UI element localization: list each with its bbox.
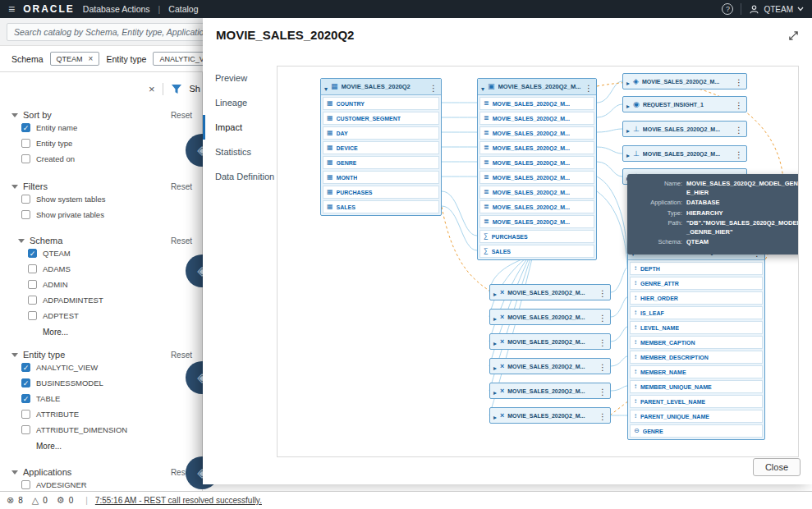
modal-tab[interactable]: Statistics: [203, 140, 277, 164]
user-menu[interactable]: QTEAM: [749, 4, 804, 15]
schema-option[interactable]: ADAMS: [28, 261, 192, 277]
expand-icon[interactable]: [787, 28, 801, 46]
schema-option[interactable]: ADMIN: [28, 277, 192, 292]
hierarchy-row[interactable]: IS_LEAF: [630, 306, 763, 319]
dimension-node[interactable]: MOVIE_SALES_2020Q2_M...: [489, 284, 611, 300]
dimension-node[interactable]: MOVIE_SALES_2020Q2_M...: [489, 383, 611, 399]
kebab-menu-icon[interactable]: [599, 310, 607, 324]
status-message-link[interactable]: 7:55:16 AM - REST call resolved successf…: [95, 496, 262, 505]
collapse-caret-icon[interactable]: [324, 80, 328, 94]
checkbox[interactable]: [21, 363, 30, 372]
model-row[interactable]: MOVIE_SALES_2020Q2_M...: [479, 200, 594, 213]
kebab-menu-icon[interactable]: [599, 408, 607, 423]
model-row[interactable]: MOVIE_SALES_2020Q2_M...: [479, 97, 594, 110]
kebab-menu-icon[interactable]: [585, 80, 593, 94]
close-filters-icon[interactable]: ×: [149, 83, 155, 95]
funnel-filter-icon[interactable]: [171, 84, 182, 94]
close-button[interactable]: Close: [753, 458, 801, 476]
checkbox[interactable]: [21, 410, 30, 419]
model-node-header[interactable]: MOVIE_SALES_2020Q2_M...: [478, 79, 596, 95]
sort-option[interactable]: Entity name: [21, 120, 192, 135]
checkbox[interactable]: [21, 378, 30, 387]
expand-caret-icon[interactable]: [493, 310, 497, 324]
hierarchy-row[interactable]: HIER_ORDER: [630, 291, 763, 305]
reset-link[interactable]: Reset: [171, 236, 192, 245]
expand-caret-icon[interactable]: [493, 383, 497, 398]
sort-option[interactable]: Entity type: [21, 135, 192, 151]
column-row[interactable]: CUSTOMER_SEGMENT: [323, 112, 439, 125]
modal-tab[interactable]: Lineage: [203, 90, 277, 115]
schema-option[interactable]: ADPADMINTEST: [28, 292, 192, 308]
kebab-menu-icon[interactable]: [599, 334, 607, 349]
kebab-menu-icon[interactable]: [429, 80, 438, 94]
column-row[interactable]: PURCHASES: [323, 186, 439, 199]
model-row[interactable]: MOVIE_SALES_2020Q2_M...: [479, 186, 594, 199]
warning-icon[interactable]: [32, 496, 39, 505]
modal-tab[interactable]: Impact: [203, 115, 277, 140]
reset-link[interactable]: Reset: [171, 111, 192, 120]
schema-chip[interactable]: QTEAM ×: [50, 52, 100, 66]
model-row[interactable]: SALES: [479, 245, 594, 258]
entity-type-option[interactable]: ANALYTIC_VIEW: [21, 360, 192, 375]
collapse-triangle-icon[interactable]: [11, 185, 18, 189]
entity-type-option[interactable]: TABLE: [21, 391, 192, 406]
kebab-menu-icon[interactable]: [599, 383, 607, 398]
collapse-caret-icon[interactable]: [481, 80, 484, 94]
checkbox[interactable]: [21, 210, 30, 219]
schema-option[interactable]: ADPTEST: [28, 308, 192, 323]
collapse-triangle-icon[interactable]: [11, 470, 18, 475]
more-link[interactable]: More...: [36, 442, 192, 451]
model-row[interactable]: MOVIE_SALES_2020Q2_M...: [479, 126, 594, 140]
collapse-triangle-icon[interactable]: [11, 113, 18, 117]
checkbox[interactable]: [21, 195, 30, 204]
impact-node[interactable]: REQUEST_INSIGHT_1: [622, 96, 747, 112]
expand-caret-icon[interactable]: [493, 334, 497, 349]
kebab-menu-icon[interactable]: [735, 146, 743, 161]
expand-caret-icon[interactable]: [626, 146, 630, 161]
column-row[interactable]: DEVICE: [323, 141, 439, 154]
hierarchy-row[interactable]: DEPTH: [630, 262, 763, 275]
hierarchy-row[interactable]: LEVEL_NAME: [630, 321, 763, 334]
hierarchy-row[interactable]: MEMBER_CAPTION: [630, 336, 763, 349]
breadcrumb-product[interactable]: Database Actions: [83, 4, 150, 14]
hierarchy-row[interactable]: PARENT_LEVEL_NAME: [630, 395, 763, 408]
impact-diagram-canvas[interactable]: MOVIE_SALES_2020Q2 COUNTRY CUSTOMER_SEGM…: [277, 66, 799, 457]
model-row[interactable]: MOVIE_SALES_2020Q2_M...: [479, 171, 594, 184]
kebab-menu-icon[interactable]: [735, 74, 743, 89]
table-node[interactable]: MOVIE_SALES_2020Q2 COUNTRY CUSTOMER_SEGM…: [320, 78, 442, 216]
dimension-node[interactable]: MOVIE_SALES_2020Q2_M...: [489, 333, 611, 350]
checkbox[interactable]: [21, 425, 30, 434]
model-node[interactable]: MOVIE_SALES_2020Q2_M... MOVIE_SALES_2020…: [477, 78, 597, 260]
hierarchy-row[interactable]: GENRE_ATTR: [630, 277, 763, 290]
hierarchy-row[interactable]: MEMBER_UNIQUE_NAME: [630, 380, 763, 393]
checkbox[interactable]: [28, 249, 37, 258]
tasks-icon[interactable]: [57, 496, 65, 505]
model-row[interactable]: MOVIE_SALES_2020Q2_M...: [479, 156, 594, 169]
dimension-node[interactable]: MOVIE_SALES_2020Q2_M...: [489, 407, 611, 424]
show-filters-button[interactable]: Sh: [190, 84, 200, 94]
expand-caret-icon[interactable]: [493, 285, 497, 300]
model-row[interactable]: MOVIE_SALES_2020Q2_M...: [479, 215, 594, 228]
checkbox[interactable]: [21, 123, 30, 132]
model-row[interactable]: PURCHASES: [479, 230, 594, 243]
kebab-menu-icon[interactable]: [599, 285, 607, 300]
checkbox[interactable]: [21, 154, 30, 163]
modal-tab[interactable]: Data Definition: [203, 164, 277, 189]
hamburger-menu-icon[interactable]: ≡: [8, 3, 15, 15]
dimension-node[interactable]: MOVIE_SALES_2020Q2_M...: [489, 309, 611, 325]
entity-type-option[interactable]: ATTRIBUTE_DIMENSION: [21, 422, 192, 438]
reset-link[interactable]: Reset: [171, 182, 192, 191]
hierarchy-row[interactable]: MEMBER_DESCRIPTION: [630, 351, 763, 364]
model-row[interactable]: MOVIE_SALES_2020Q2_M...: [479, 112, 594, 125]
kebab-menu-icon[interactable]: [735, 122, 743, 136]
reset-link[interactable]: Reset: [171, 351, 192, 360]
kebab-menu-icon[interactable]: [599, 359, 607, 374]
filter-option[interactable]: Show private tables: [21, 207, 192, 222]
expand-caret-icon[interactable]: [626, 74, 630, 89]
kebab-menu-icon[interactable]: [735, 97, 743, 112]
table-node-header[interactable]: MOVIE_SALES_2020Q2: [321, 79, 441, 95]
checkbox[interactable]: [21, 480, 30, 489]
impact-node[interactable]: MOVIE_SALES_2020Q2_M...: [622, 145, 747, 162]
error-icon[interactable]: [7, 496, 14, 505]
checkbox[interactable]: [21, 394, 30, 403]
